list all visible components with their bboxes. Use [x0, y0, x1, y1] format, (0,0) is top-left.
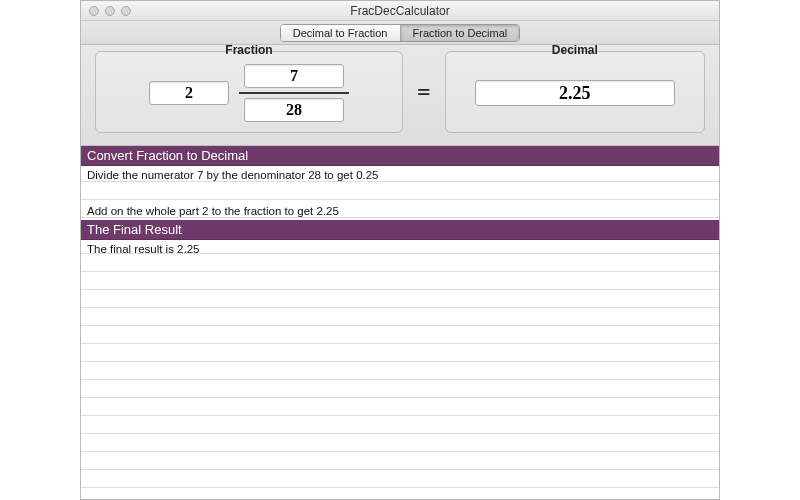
step-line-2: Add on the whole part 2 to the fraction … [81, 202, 719, 220]
explanation-area: Convert Fraction to Decimal Divide the n… [81, 146, 719, 492]
equals-sign: = [413, 51, 435, 133]
app-window: FracDecCalculator Decimal to Fraction Fr… [80, 0, 720, 500]
whole-input[interactable] [149, 81, 229, 105]
input-panel: Fraction = Decimal [81, 45, 719, 146]
fraction-label: Fraction [221, 43, 276, 57]
decimal-output[interactable] [475, 80, 675, 106]
denominator-input[interactable] [244, 98, 344, 122]
minimize-icon[interactable] [105, 6, 115, 16]
step-line-1: Divide the numerator 7 by the denominato… [81, 166, 719, 184]
close-icon[interactable] [89, 6, 99, 16]
tab-bar: Decimal to Fraction Fraction to Decimal [81, 21, 719, 45]
tab-fraction-to-decimal[interactable]: Fraction to Decimal [401, 25, 520, 41]
tab-decimal-to-fraction[interactable]: Decimal to Fraction [281, 25, 401, 41]
titlebar: FracDecCalculator [81, 1, 719, 21]
fraction-bar [239, 92, 349, 94]
final-section-header: The Final Result [81, 220, 719, 240]
zoom-icon[interactable] [121, 6, 131, 16]
fraction-group: Fraction [95, 51, 403, 133]
convert-section-header: Convert Fraction to Decimal [81, 146, 719, 166]
decimal-group: Decimal [445, 51, 705, 133]
window-controls [81, 6, 131, 16]
window-title: FracDecCalculator [81, 4, 719, 18]
mode-segmented-control: Decimal to Fraction Fraction to Decimal [280, 24, 521, 42]
blank-line [81, 184, 719, 202]
decimal-label: Decimal [548, 43, 602, 57]
final-line: The final result is 2.25 [81, 240, 719, 258]
numerator-input[interactable] [244, 64, 344, 88]
